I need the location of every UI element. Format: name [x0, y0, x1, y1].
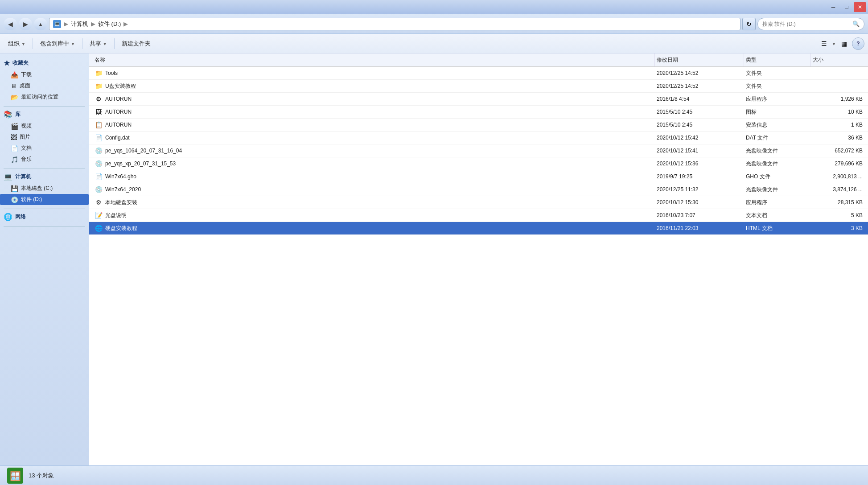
column-size[interactable]: 大小: [811, 53, 864, 66]
preview-button[interactable]: ▦: [838, 37, 850, 50]
address-path[interactable]: 💻 ▶ 计算机 ▶ 软件 (D:) ▶: [49, 18, 740, 30]
file-modified: 2020/10/12 15:36: [655, 158, 744, 169]
table-row[interactable]: 📁 Tools 2020/12/25 14:52 文件夹: [89, 67, 868, 80]
status-count: 13 个对象: [29, 472, 54, 480]
column-name[interactable]: 名称: [93, 53, 655, 66]
close-button[interactable]: ✕: [854, 2, 866, 12]
file-size: 2,900,813 ...: [811, 171, 864, 182]
item-icon-downloads: 📥: [11, 71, 18, 78]
file-modified: 2020/12/25 11:32: [655, 184, 744, 195]
sidebar-item-local_c[interactable]: 💾本地磁盘 (C:): [0, 183, 89, 194]
sidebar-item-pictures[interactable]: 🖼图片: [0, 132, 89, 143]
file-type-icon: 🌐: [95, 224, 103, 232]
file-name: 本地硬盘安装: [105, 199, 137, 206]
share-button[interactable]: 共享: [85, 37, 111, 51]
file-name-cell: 📁 U盘安装教程: [93, 80, 655, 92]
table-row[interactable]: 🖼 AUTORUN 2015/5/10 2:45 图标 10 KB: [89, 106, 868, 119]
organize-dropdown-icon: [21, 40, 25, 47]
path-separator-1: ▶: [64, 21, 68, 27]
file-size: [811, 84, 864, 88]
file-modified: 2016/11/21 22:03: [655, 223, 744, 234]
item-label-video: 视频: [21, 122, 32, 130]
file-name: 硬盘安装教程: [105, 225, 137, 232]
path-part-drive: 软件 (D:): [98, 20, 121, 28]
item-icon-music: 🎵: [11, 156, 18, 163]
column-type[interactable]: 类型: [744, 53, 811, 66]
sidebar-item-desktop[interactable]: 🖥桌面: [0, 80, 89, 91]
new-folder-label: 新建文件夹: [122, 40, 151, 48]
sidebar-item-documents[interactable]: 📄文档: [0, 143, 89, 154]
help-button[interactable]: ?: [852, 37, 864, 50]
sidebar-item-recent[interactable]: 📂最近访问的位置: [0, 91, 89, 103]
section-label-library: 库: [15, 111, 21, 118]
forward-button[interactable]: ▶: [19, 18, 32, 30]
back-button[interactable]: ◀: [4, 18, 17, 30]
include-library-button[interactable]: 包含到库中: [36, 37, 79, 51]
search-box[interactable]: 🔍: [757, 18, 864, 30]
file-size: 28,315 KB: [811, 197, 864, 208]
sidebar-section-title-favorites[interactable]: ★收藏夹: [0, 57, 89, 69]
file-name-cell: ⚙ 本地硬盘安装: [93, 196, 655, 209]
sidebar-section-title-computer[interactable]: 💻计算机: [0, 171, 89, 183]
sidebar-section-title-network[interactable]: 🌐网络: [0, 211, 89, 223]
file-modified: 2020/10/12 15:41: [655, 145, 744, 156]
toolbar-divider-2: [82, 38, 82, 49]
table-row[interactable]: 🌐 硬盘安装教程 2016/11/21 22:03 HTML 文档 3 KB: [89, 222, 868, 235]
sidebar-section-library: 📚库🎬视频🖼图片📄文档🎵音乐: [0, 108, 89, 165]
file-type-icon: ⚙: [95, 198, 103, 206]
sidebar-item-video[interactable]: 🎬视频: [0, 120, 89, 132]
maximize-button[interactable]: □: [840, 2, 853, 12]
file-list-area: 名称 修改日期 类型 大小 📁 Tools 2020/12/25 14:52 文…: [89, 53, 868, 465]
organize-button[interactable]: 组织: [4, 37, 30, 51]
file-size: [811, 71, 864, 75]
table-row[interactable]: 💿 Win7x64_2020 2020/12/25 11:32 光盘映像文件 3…: [89, 183, 868, 196]
table-row[interactable]: 💿 pe_yqs_xp_20_07_31_15_53 2020/10/12 15…: [89, 157, 868, 170]
new-folder-button[interactable]: 新建文件夹: [117, 37, 155, 51]
table-row[interactable]: ⚙ AUTORUN 2016/1/8 4:54 应用程序 1,926 KB: [89, 93, 868, 106]
up-button[interactable]: ▲: [34, 18, 47, 30]
table-row[interactable]: 📄 Win7x64.gho 2019/9/7 19:25 GHO 文件 2,90…: [89, 170, 868, 183]
file-type-icon: 📄: [95, 173, 103, 181]
file-size: 1 KB: [811, 119, 864, 130]
table-row[interactable]: 📋 AUTORUN 2015/5/10 2:45 安装信息 1 KB: [89, 119, 868, 132]
sidebar-section-computer: 💻计算机💾本地磁盘 (C:)💿软件 (D:): [0, 171, 89, 205]
file-type: 光盘映像文件: [744, 158, 811, 170]
table-row[interactable]: 📁 U盘安装教程 2020/12/25 14:52 文件夹: [89, 80, 868, 93]
file-name-cell: 📁 Tools: [93, 67, 655, 79]
sidebar-item-software_d[interactable]: 💿软件 (D:): [0, 194, 89, 205]
file-type: 图标: [744, 106, 811, 118]
view-options-button[interactable]: ☰: [818, 37, 830, 50]
file-modified: 2015/5/10 2:45: [655, 107, 744, 117]
section-icon-favorites: ★: [4, 59, 10, 67]
file-name: AUTORUN: [105, 109, 132, 115]
file-name: Win7x64.gho: [105, 173, 136, 180]
table-row[interactable]: ⚙ 本地硬盘安装 2020/10/12 15:30 应用程序 28,315 KB: [89, 196, 868, 209]
file-type-icon: 🖼: [95, 108, 103, 116]
minimize-button[interactable]: ─: [827, 2, 839, 12]
share-dropdown-icon: [103, 40, 107, 47]
search-input[interactable]: [762, 21, 850, 27]
refresh-button[interactable]: ↻: [742, 18, 756, 30]
computer-icon: 💻: [53, 20, 61, 28]
titlebar: ─ □ ✕: [0, 0, 868, 14]
sidebar-item-music[interactable]: 🎵音乐: [0, 154, 89, 165]
table-row[interactable]: 📝 光盘说明 2016/10/23 7:07 文本文档 5 KB: [89, 209, 868, 222]
view-dropdown-icon: [832, 40, 836, 47]
file-type: DAT 文件: [744, 132, 811, 144]
share-label: 共享: [90, 40, 101, 48]
file-size: 3,874,126 ...: [811, 184, 864, 195]
column-modified[interactable]: 修改日期: [655, 53, 744, 66]
file-name-cell: 🌐 硬盘安装教程: [93, 222, 655, 234]
sidebar-item-downloads[interactable]: 📥下载: [0, 69, 89, 80]
section-icon-network: 🌐: [4, 213, 12, 221]
sidebar-section-title-library[interactable]: 📚库: [0, 108, 89, 120]
column-headers: 名称 修改日期 类型 大小: [89, 53, 868, 67]
file-type-icon: 💿: [95, 160, 103, 168]
sidebar: ★收藏夹📥下载🖥桌面📂最近访问的位置📚库🎬视频🖼图片📄文档🎵音乐💻计算机💾本地磁…: [0, 53, 89, 465]
file-type: GHO 文件: [744, 171, 811, 183]
table-row[interactable]: 📄 Config.dat 2020/10/12 15:42 DAT 文件 36 …: [89, 132, 868, 144]
file-modified: 2020/12/25 14:52: [655, 81, 744, 91]
file-name-cell: 📄 Config.dat: [93, 132, 655, 144]
item-label-downloads: 下载: [21, 71, 32, 78]
table-row[interactable]: 💿 pe_yqs_1064_20_07_31_16_04 2020/10/12 …: [89, 144, 868, 157]
